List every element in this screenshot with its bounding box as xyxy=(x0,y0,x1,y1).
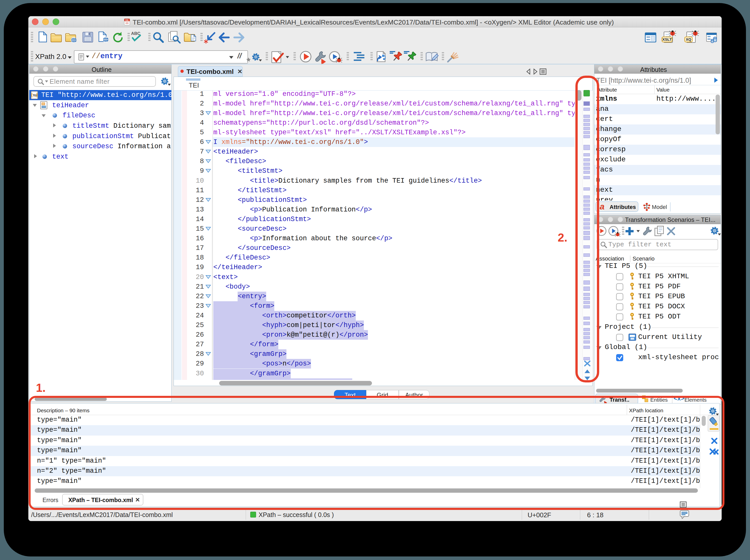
svg-text:XSLT: XSLT xyxy=(662,37,672,41)
svg-text:ABC: ABC xyxy=(131,31,140,36)
svg-text:<>: <> xyxy=(125,22,129,25)
svg-text:XML: XML xyxy=(125,19,129,21)
svg-text:TEI: TEI xyxy=(33,94,37,97)
svg-text:XQ: XQ xyxy=(686,37,691,41)
